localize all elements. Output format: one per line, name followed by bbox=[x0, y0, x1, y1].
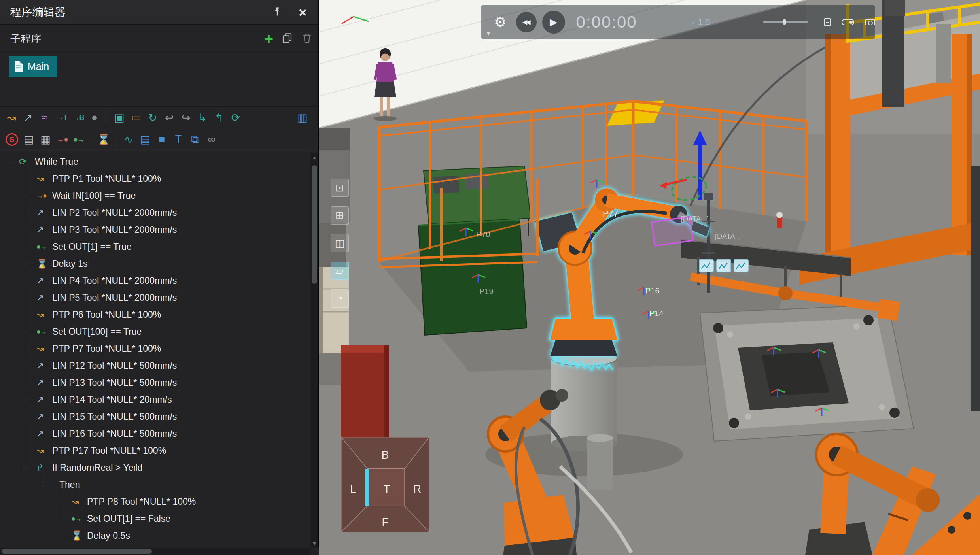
record-point-icon[interactable]: ● bbox=[86, 109, 103, 127]
tree-row[interactable]: ↝PTP P6 Tool *NULL* 100% bbox=[0, 306, 311, 323]
box-select-icon[interactable]: ◫ bbox=[331, 234, 349, 252]
subprogram-label: 子程序 bbox=[10, 25, 41, 53]
waypoint-label: P70 bbox=[476, 230, 490, 239]
spline-move-icon[interactable]: ≈ bbox=[36, 109, 53, 127]
signal-out-icon[interactable]: ●→ bbox=[70, 130, 87, 149]
plane-tool-icon[interactable]: ▱ bbox=[331, 262, 349, 280]
close-icon[interactable]: × bbox=[299, 0, 306, 25]
collapse-icon[interactable]: − bbox=[40, 476, 45, 493]
report-icon[interactable]: ▤ bbox=[137, 130, 153, 149]
refresh-icon[interactable]: ⟳ bbox=[227, 109, 244, 127]
select-frame-icon[interactable]: ⊞ bbox=[331, 206, 349, 225]
stop-icon[interactable]: S bbox=[6, 133, 18, 146]
fit-view-icon[interactable]: ⊡ bbox=[331, 179, 349, 197]
text-tool-icon[interactable]: T bbox=[170, 130, 187, 149]
unlink-icon[interactable]: ∞ bbox=[203, 130, 220, 149]
loop-icon[interactable]: ↻ bbox=[144, 109, 161, 127]
tree-row[interactable]: ↗LIN P16 Tool *NULL* 500mm/s bbox=[0, 425, 311, 442]
subprogram-icon[interactable]: ▣ bbox=[111, 109, 128, 127]
tree-row[interactable]: ↗LIN P4 Tool *NULL* 2000mm/s bbox=[0, 272, 311, 289]
file-icon[interactable]: ▤ bbox=[21, 130, 37, 149]
tree-row[interactable]: −Then bbox=[0, 476, 311, 493]
ptp-icon: ↝ bbox=[36, 306, 44, 323]
timer-icon[interactable]: ⌛ bbox=[95, 130, 112, 149]
tree-row-label: PTP P7 Tool *NULL* 100% bbox=[52, 340, 161, 357]
tree-row[interactable]: ↗LIN P14 Tool *NULL* 20mm/s bbox=[0, 391, 311, 408]
collapse-icon[interactable]: − bbox=[5, 153, 11, 170]
tree-connector bbox=[26, 264, 36, 264]
jump-icon[interactable]: ↪ bbox=[178, 109, 194, 127]
while-icon: ⟳ bbox=[19, 153, 26, 170]
tree-row[interactable]: −⟳While True bbox=[0, 153, 311, 170]
tree-row[interactable]: ↗LIN P13 Tool *NULL* 500mm/s bbox=[0, 374, 311, 391]
set-tool-icon[interactable]: →T bbox=[53, 109, 70, 127]
branch-icon[interactable]: ↳ bbox=[194, 109, 211, 127]
camera-icon[interactable] bbox=[865, 19, 875, 25]
tree-row[interactable]: ↗LIN P3 Tool *NULL* 2000mm/s bbox=[0, 221, 311, 238]
signal-in-icon[interactable]: →● bbox=[54, 130, 70, 149]
waypoint-label: P16 bbox=[645, 286, 660, 295]
settings-gear-icon[interactable]: ⚙▾ bbox=[492, 14, 508, 30]
dock-icon[interactable]: ▥ bbox=[294, 109, 311, 127]
tree-vertical-scrollbar[interactable]: ▲ ▼ bbox=[310, 153, 318, 548]
tree-row[interactable]: ↝PTP P17 Tool *NULL* 100% bbox=[0, 442, 311, 459]
panel-title: 程序编辑器 bbox=[10, 0, 66, 25]
waypoint-chip-icons[interactable] bbox=[699, 259, 748, 272]
tree-row[interactable]: ⌛Delay 0.5s bbox=[0, 527, 311, 544]
orbit-view-icon[interactable]: ◔ bbox=[331, 289, 349, 308]
lin-icon: ↗ bbox=[36, 357, 44, 374]
insert-icon[interactable]: ↰ bbox=[211, 109, 227, 127]
set-base-icon[interactable]: →B bbox=[70, 109, 86, 127]
tree-row[interactable]: ↝PTP P8 Tool *NULL* 100% bbox=[0, 493, 311, 510]
print-icon[interactable]: ▦ bbox=[37, 130, 54, 149]
tab-main[interactable]: Main bbox=[9, 56, 57, 77]
add-subprogram-icon[interactable]: + bbox=[264, 25, 273, 53]
rewind-button[interactable]: ◀◀ bbox=[516, 12, 537, 32]
tree-row[interactable]: ⌛Delay 1s bbox=[0, 255, 311, 272]
tree-row[interactable]: ↝PTP P1 Tool *NULL* 100% bbox=[0, 170, 311, 187]
scrollbar-thumb[interactable] bbox=[312, 165, 317, 284]
viewcube-label-front: F bbox=[382, 516, 388, 528]
tree-row[interactable]: →●Wait IN[100] == True bbox=[0, 187, 311, 204]
tree-connector bbox=[26, 196, 36, 196]
speed-slider[interactable] bbox=[763, 21, 808, 23]
export-icon[interactable] bbox=[824, 18, 831, 26]
tree-row[interactable]: −↱If RandomReal > Yeild bbox=[0, 459, 311, 476]
speed-indicator[interactable]: ▸1.0 bbox=[692, 17, 710, 27]
scroll-up-icon[interactable]: ▲ bbox=[310, 153, 318, 162]
return-icon[interactable]: ↩ bbox=[161, 109, 178, 127]
tree-row-label: LIN P12 Tool *NULL* 500mm/s bbox=[52, 357, 177, 374]
tree-horizontal-scrollbar[interactable] bbox=[0, 548, 311, 555]
io-list-icon[interactable]: ≔ bbox=[128, 109, 144, 127]
tree-row[interactable]: ●→Set OUT[1] == False bbox=[0, 510, 311, 527]
copy-subprogram-icon[interactable] bbox=[281, 32, 293, 45]
copy-pages-icon[interactable]: ⧉ bbox=[187, 130, 203, 149]
ptp-icon: ↝ bbox=[71, 493, 79, 510]
ptp-move-icon[interactable]: ↝ bbox=[3, 109, 20, 127]
slider-handle[interactable] bbox=[783, 19, 786, 25]
tree-connector bbox=[26, 366, 36, 366]
pin-icon[interactable] bbox=[272, 6, 283, 19]
tree-row[interactable]: ↗LIN P5 Tool *NULL* 2000mm/s bbox=[0, 289, 311, 306]
chart-icon[interactable]: ∿ bbox=[120, 130, 137, 149]
play-button[interactable]: ▶ bbox=[542, 11, 565, 34]
scrollbar-thumb[interactable] bbox=[2, 549, 152, 554]
viewcube-highlight-edge[interactable] bbox=[365, 469, 369, 506]
tree-row[interactable]: ↗LIN P12 Tool *NULL* 500mm/s bbox=[0, 357, 311, 374]
tree-row[interactable]: ↗LIN P2 Tool *NULL* 2000mm/s bbox=[0, 204, 311, 221]
cube-icon[interactable]: ■ bbox=[153, 130, 170, 149]
view-cube[interactable]: B L T R F bbox=[337, 434, 433, 536]
tree-row[interactable]: ●→Set OUT[1] == True bbox=[0, 238, 311, 255]
tree-row[interactable]: ↗LIN P15 Tool *NULL* 500mm/s bbox=[0, 408, 311, 425]
tree-row[interactable]: ●→Set OUT[100] == True bbox=[0, 323, 311, 340]
delete-subprogram-icon[interactable] bbox=[301, 32, 313, 45]
scroll-down-icon[interactable]: ▼ bbox=[310, 539, 318, 548]
overlay-toggle-icon[interactable] bbox=[842, 19, 854, 25]
lin-move-icon[interactable]: ↗ bbox=[20, 109, 36, 127]
tree-row-label: Set OUT[1] == False bbox=[87, 510, 170, 527]
tree-row[interactable]: ↝PTP P7 Tool *NULL* 100% bbox=[0, 340, 311, 357]
tree-row-label: Delay 0.5s bbox=[87, 527, 130, 544]
settings-caret-icon[interactable]: ▾ bbox=[487, 30, 490, 37]
collapse-icon[interactable]: − bbox=[23, 459, 28, 476]
tree-row-label: Wait IN[100] == True bbox=[52, 187, 136, 204]
